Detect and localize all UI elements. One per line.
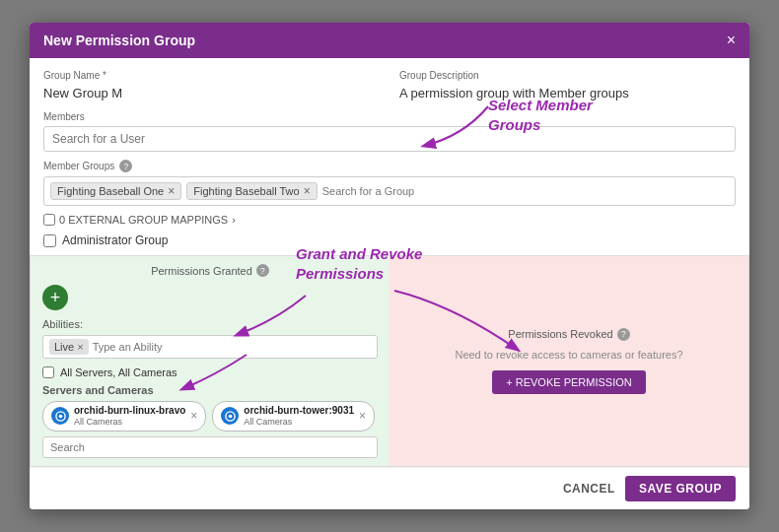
ability-type-input[interactable] [93,341,371,353]
member-groups-label-row: Member Groups ? [43,160,736,172]
svg-point-1 [58,415,62,419]
modal-header: New Permission Group × [30,23,749,58]
modal-title: New Permission Group [43,33,195,48]
abilities-label: Abilities: [42,318,378,330]
member-groups-label: Member Groups [43,161,114,171]
members-search-input[interactable] [43,126,736,152]
group-description-field: Group Description A permission group wit… [399,70,736,101]
external-group-label: 0 EXTERNAL GROUP MAPPINGS [59,214,228,226]
external-group-checkbox[interactable] [43,214,55,226]
all-cameras-checkbox[interactable] [42,366,54,378]
members-section: Members [43,111,736,152]
members-label: Members [43,111,736,122]
admin-group-checkbox[interactable] [43,234,56,247]
grant-search-row [42,436,378,458]
add-permission-button[interactable]: + [42,285,68,310]
servers-cameras-label: Servers and Cameras [42,384,378,396]
revoke-permission-button[interactable]: + REVOKE PERMISSION [492,370,645,394]
admin-group-label: Administrator Group [62,233,168,247]
server-2-sub: All Cameras [244,417,354,428]
permissions-revoked-panel: Permissions Revoked ? Need to revoke acc… [390,256,748,466]
modal-overlay: Select MemberGroups Grant and RevokePerm… [0,0,779,532]
member-groups-info-icon[interactable]: ? [119,160,132,172]
external-group-arrow: › [232,214,236,226]
revoke-btn-label: + REVOKE PERMISSION [506,376,631,388]
revoke-text: Need to revoke access to cameras or feat… [455,349,682,361]
ability-tag-live: Live × [49,339,89,355]
close-button[interactable]: × [727,33,736,48]
server-tag-2: orchid-burn-tower:9031 All Cameras × [212,401,375,432]
group-name-field: Group Name * New Group M [43,70,380,101]
ability-tag-live-remove[interactable]: × [77,341,83,353]
permissions-granted-header: Permissions Granted ? [42,264,378,277]
member-group-tag-2-remove[interactable]: × [304,185,311,197]
modal-body: Group Name * New Group M Group Descripti… [30,58,749,467]
permissions-revoked-label: Permissions Revoked [508,328,612,340]
server-search-input[interactable] [42,436,378,458]
permissions-granted-info-icon[interactable]: ? [256,264,269,277]
server-tag-2-remove[interactable]: × [359,409,366,423]
group-description-label: Group Description [399,70,736,81]
modal-dialog: New Permission Group × Group Name * New … [30,23,749,509]
save-group-button[interactable]: SAVE GROUP [625,476,736,501]
member-group-tag-1-remove[interactable]: × [168,185,175,197]
permissions-section: Permissions Granted ? + Abilities: Live … [30,255,749,467]
all-cameras-label: All Servers, All Cameras [60,366,177,378]
member-group-tag-1-label: Fighting Baseball One [57,185,164,197]
admin-group-row: Administrator Group [43,233,736,247]
server-1-name: orchid-burn-linux-bravo [74,405,185,417]
permissions-revoked-header: Permissions Revoked ? [508,328,629,341]
group-name-value: New Group M [43,86,122,100]
server-icon-2 [221,407,239,425]
group-description-value: A permission group with Member groups [399,86,629,100]
permissions-granted-label: Permissions Granted [151,265,252,277]
member-group-tag-1: Fighting Baseball One × [50,182,181,200]
abilities-input[interactable]: Live × [42,335,378,359]
modal-footer: CANCEL SAVE GROUP [30,467,749,509]
member-group-tag-2-label: Fighting Baseball Two [193,185,299,197]
member-groups-input[interactable]: Fighting Baseball One × Fighting Basebal… [43,176,736,206]
ability-tag-live-label: Live [54,341,74,353]
member-group-tag-2: Fighting Baseball Two × [186,182,317,200]
svg-point-3 [229,415,233,419]
group-name-label: Group Name * [43,70,380,81]
external-group-link[interactable]: 0 EXTERNAL GROUP MAPPINGS › [43,214,736,226]
server-2-name: orchid-burn-tower:9031 [244,405,354,417]
member-groups-search-input[interactable] [322,185,729,197]
all-cameras-row: All Servers, All Cameras [42,366,378,378]
server-1-sub: All Cameras [74,417,185,428]
form-row-name-desc: Group Name * New Group M Group Descripti… [43,70,736,101]
permissions-revoked-info-icon[interactable]: ? [617,328,630,341]
server-icon-1 [51,407,69,425]
member-groups-section: Member Groups ? Fighting Baseball One × … [43,160,736,206]
cancel-button[interactable]: CANCEL [563,476,615,501]
server-tag-1-remove[interactable]: × [190,409,197,423]
server-tag-2-text: orchid-burn-tower:9031 All Cameras [244,405,354,428]
permissions-granted-panel: Permissions Granted ? + Abilities: Live … [31,256,390,466]
server-tag-1: orchid-burn-linux-bravo All Cameras × [42,401,206,432]
server-tag-1-text: orchid-burn-linux-bravo All Cameras [74,405,185,428]
server-tags-row: orchid-burn-linux-bravo All Cameras × or… [42,401,378,432]
